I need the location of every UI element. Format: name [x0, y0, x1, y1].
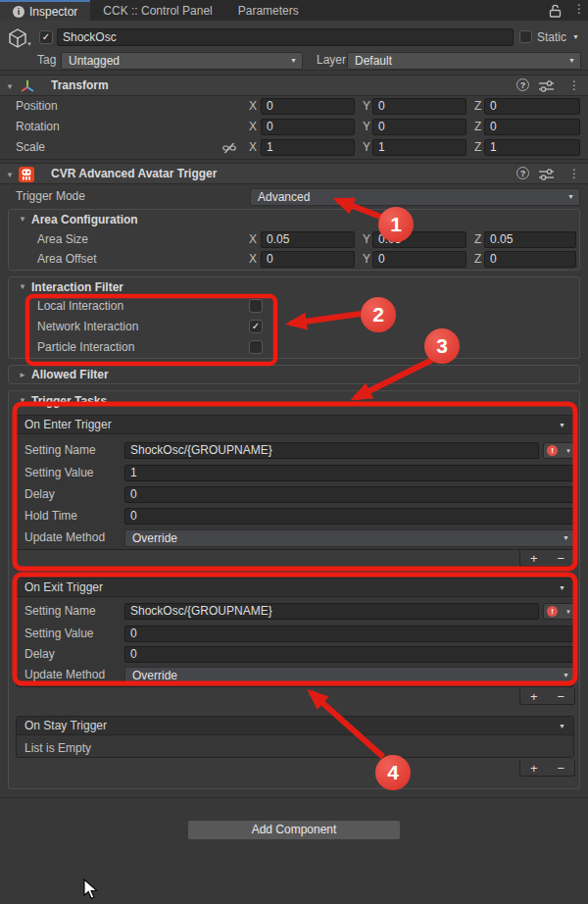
on-exit-trigger-header[interactable]: On Exit Trigger ▼ [17, 578, 573, 597]
layer-dropdown[interactable]: Default ▼ [347, 52, 581, 70]
tab-cck-control-panel[interactable]: CCK :: Control Panel [90, 0, 224, 21]
gameobject-active-checkbox[interactable]: ✓ [39, 30, 53, 44]
kebab-menu-icon[interactable]: ⋮ [568, 167, 580, 180]
delay-field[interactable]: 0 [124, 486, 575, 503]
on-enter-trigger-header[interactable]: On Enter Trigger ▼ [17, 416, 573, 434]
area-offset-x-field[interactable]: 0 [261, 251, 355, 268]
scale-z-field[interactable]: 1 [484, 139, 580, 156]
remove-element-button[interactable]: − [557, 689, 564, 704]
setting-name-error-dropdown[interactable]: ! ▼ [543, 603, 575, 620]
axis-x-label: X [249, 98, 257, 115]
area-configuration-title[interactable]: Area Configuration [31, 212, 138, 228]
tag-dropdown[interactable]: Untagged ▼ [61, 52, 303, 70]
kebab-menu-icon[interactable]: ⋮ [573, 2, 585, 16]
tab-bar: i Inspector CCK :: Control Panel Paramet… [0, 0, 588, 21]
axis-z-label: Z [474, 139, 481, 156]
scale-x-field[interactable]: 1 [261, 139, 355, 156]
area-size-y-field[interactable]: 0.05 [372, 231, 466, 248]
delay-field[interactable]: 0 [124, 646, 575, 663]
axis-y-label: Y [363, 231, 370, 248]
area-size-z-field[interactable]: 0.05 [484, 231, 576, 248]
cube-dropdown-icon[interactable]: ▼ [26, 41, 32, 47]
tab-parameters[interactable]: Parameters [225, 0, 312, 21]
trigger-tasks-title[interactable]: Trigger Tasks [31, 393, 107, 410]
position-x-field[interactable]: 0 [261, 98, 355, 115]
on-stay-trigger-title: On Stay Trigger [24, 719, 107, 732]
cvr-trigger-component-header[interactable]: ▼ CVR Advanced Avatar Trigger ? ⋮ [0, 163, 588, 184]
allowed-filter-title[interactable]: Allowed Filter [31, 367, 109, 383]
setting-name-error-dropdown[interactable]: ! ▼ [543, 442, 575, 459]
remove-element-button[interactable]: − [557, 761, 564, 776]
update-method-label: Update Method [24, 529, 105, 546]
on-stay-trigger-header[interactable]: On Stay Trigger ▼ [17, 717, 573, 735]
on-enter-trigger-title: On Enter Trigger [24, 418, 112, 431]
local-interaction-label: Local Interaction [37, 298, 123, 315]
setting-value-field[interactable]: 1 [124, 465, 575, 481]
chevron-down-icon[interactable]: ▼ [559, 717, 565, 735]
presets-icon[interactable] [539, 80, 554, 92]
area-size-x-field[interactable]: 0.05 [261, 231, 355, 248]
static-checkbox[interactable] [519, 30, 532, 43]
setting-name-field[interactable]: ShockOsc/{GROUPNAME} [124, 603, 539, 620]
axis-x-label: X [249, 251, 257, 268]
foldout-open-icon[interactable]: ▼ [19, 282, 26, 291]
update-method-dropdown[interactable]: Override ▼ [124, 667, 575, 684]
add-element-button[interactable]: + [530, 551, 538, 566]
transform-component-header[interactable]: ▼ Transform ? ⋮ [0, 75, 588, 96]
on-enter-trigger-list: On Enter Trigger ▼ Setting Name ShockOsc… [16, 415, 574, 550]
position-label: Position [16, 98, 58, 115]
foldout-closed-icon[interactable]: ► [19, 371, 26, 379]
rotation-x-field[interactable]: 0 [261, 119, 355, 135]
help-icon[interactable]: ? [516, 167, 529, 179]
footer-separator [0, 797, 588, 798]
kebab-menu-icon[interactable]: ⋮ [568, 78, 580, 92]
chevron-down-icon[interactable]: ▼ [559, 578, 565, 597]
interaction-filter-title[interactable]: Interaction Filter [31, 279, 123, 296]
unlock-icon[interactable] [549, 4, 562, 18]
position-z-field[interactable]: 0 [484, 98, 580, 115]
foldout-open-icon[interactable]: ▼ [6, 171, 14, 179]
axis-x-label: X [249, 139, 257, 156]
position-y-field[interactable]: 0 [372, 98, 466, 115]
tab-inspector[interactable]: i Inspector [0, 0, 90, 21]
update-method-dropdown[interactable]: Override ▼ [124, 529, 575, 547]
gameobject-name-input[interactable]: ShockOsc [57, 28, 514, 46]
particle-interaction-checkbox[interactable] [249, 340, 263, 354]
hold-time-field[interactable]: 0 [124, 508, 575, 525]
static-dropdown-icon[interactable]: ▼ [572, 33, 579, 40]
chevron-down-icon: ▼ [567, 189, 574, 205]
setting-value-field[interactable]: 0 [124, 626, 575, 642]
foldout-open-icon[interactable]: ▼ [19, 396, 26, 405]
add-component-button[interactable]: Add Component [187, 820, 401, 840]
on-stay-list-footer: + − [519, 760, 575, 777]
foldout-open-icon[interactable]: ▼ [19, 215, 26, 224]
network-interaction-checkbox[interactable]: ✓ [249, 320, 263, 333]
area-offset-y-field[interactable]: 0 [372, 251, 466, 268]
axis-z-label: Z [474, 231, 481, 248]
chevron-down-icon[interactable]: ▼ [559, 416, 565, 434]
help-icon[interactable]: ? [516, 78, 529, 91]
rotation-z-field[interactable]: 0 [484, 119, 580, 135]
foldout-open-icon[interactable]: ▼ [6, 82, 14, 91]
layer-value: Default [355, 54, 392, 68]
link-broken-icon[interactable] [222, 141, 236, 155]
add-element-button[interactable]: + [530, 689, 538, 704]
cvr-trigger-icon [19, 167, 34, 182]
add-element-button[interactable]: + [530, 761, 538, 776]
axis-z-label: Z [474, 119, 481, 135]
tab-cck-label: CCK :: Control Panel [103, 1, 212, 21]
cvr-trigger-title: CVR Advanced Avatar Trigger [51, 166, 217, 182]
cube-icon[interactable] [7, 27, 28, 49]
rotation-y-field[interactable]: 0 [372, 119, 466, 135]
tab-parameters-label: Parameters [238, 1, 299, 21]
presets-icon[interactable] [539, 169, 554, 180]
scale-y-field[interactable]: 1 [372, 139, 466, 156]
setting-name-field[interactable]: ShockOsc/{GROUPNAME} [124, 442, 539, 459]
on-enter-list-footer: + − [519, 550, 575, 567]
local-interaction-checkbox[interactable] [249, 299, 263, 313]
remove-element-button[interactable]: − [557, 551, 564, 566]
area-offset-z-field[interactable]: 0 [484, 251, 576, 268]
chevron-down-icon: ▼ [290, 53, 297, 69]
trigger-mode-dropdown[interactable]: Advanced ▼ [250, 188, 580, 206]
setting-name-label: Setting Name [24, 442, 96, 459]
